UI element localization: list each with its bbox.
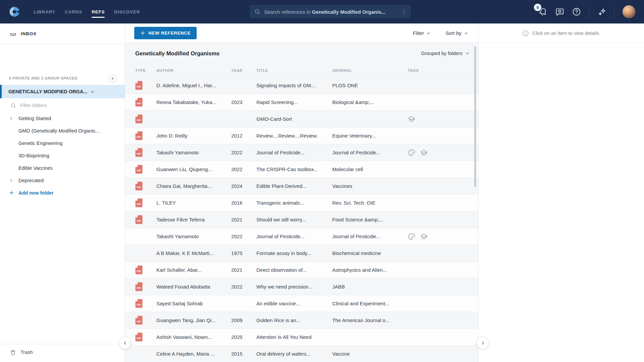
reference-row[interactable]: Takashi Yamamoto2022Journal of Pesticide…	[125, 228, 478, 245]
column-headers: TYPEAUTHORYEARTITLEJOURNALTAGS	[125, 64, 478, 77]
search-options-kebab-icon[interactable]: ⋮	[398, 9, 407, 15]
user-avatar[interactable]	[623, 5, 635, 18]
chevron-down-icon	[427, 31, 431, 35]
reference-rows: PDFD. Adeline, Miguel I., Har...Signalin…	[125, 77, 478, 362]
reference-row[interactable]: PDFAshish Vaswani, Noam...2025Attention …	[125, 329, 478, 346]
palette-icon	[408, 233, 415, 240]
reference-row[interactable]: PDFWaleed Fouad Abobatta2022Why we need …	[125, 278, 478, 295]
reference-row[interactable]: PDFGMO-Card-Sort	[125, 111, 478, 127]
list-scrollbar[interactable]	[474, 46, 476, 187]
pdf-file-icon: PDF	[135, 265, 156, 274]
year-cell: 2009	[231, 317, 256, 323]
column-header-type: TYPE	[135, 68, 156, 72]
svg-text:PDF: PDF	[137, 270, 141, 272]
scroll-left-button[interactable]	[119, 337, 131, 349]
reference-row[interactable]: PDFGuangwen Tang, Jian Qi...2009Golden R…	[125, 312, 478, 329]
palette-icon	[408, 149, 415, 156]
folder-item[interactable]: Genetic Engineering	[0, 137, 125, 149]
app-logo-icon[interactable]	[9, 7, 19, 17]
author-cell: A B Makar, K E McMarti...	[156, 250, 231, 256]
year-cell: 2023	[231, 99, 256, 105]
grouping-dropdown[interactable]: Grouped by folders	[421, 51, 469, 56]
reference-row[interactable]: PDFL. TILEY2016Transgenic animals...Rev.…	[125, 195, 478, 211]
title-cell: Why we need precision...	[256, 284, 332, 290]
pdf-file-icon: PDF	[135, 182, 156, 191]
folder-item[interactable]: 3D-Bioprinting	[0, 149, 125, 162]
reference-row[interactable]: PDFKarl Schaller, Abar...2021Direct obse…	[125, 262, 478, 278]
folder-item[interactable]: GMO (Genetically Modified Organis...	[0, 124, 125, 137]
graduation-cap-icon	[408, 115, 415, 123]
top-nav-discover[interactable]: DISCOVER	[114, 0, 140, 23]
reference-row[interactable]: A B Makar, K E McMarti...1975Formate ass…	[125, 245, 478, 262]
author-cell: Takashi Yamamoto	[156, 150, 231, 155]
column-header-tags: TAGS	[408, 68, 478, 72]
year-cell: 2015	[231, 351, 256, 357]
inbox-icon	[10, 30, 16, 37]
year-cell: 2012	[231, 133, 256, 139]
journal-cell: Food Science &amp;...	[332, 217, 408, 222]
filter-dropdown[interactable]: Filter	[413, 30, 431, 36]
reference-row[interactable]: PDFD. Adeline, Miguel I., Har...Signalin…	[125, 77, 478, 94]
help-question-icon[interactable]	[572, 7, 581, 16]
reference-row[interactable]: PDFSayed Sartaj SohrabAn edible vaccine.…	[125, 295, 478, 312]
year-cell: 2021	[231, 267, 256, 273]
journal-cell: PLOS ONE	[332, 83, 408, 88]
selected-space[interactable]: GENETICALLY MODIFIED ORGA...	[0, 85, 125, 98]
folder-item[interactable]: Edible Vaccines	[0, 162, 125, 174]
chevron-right-icon[interactable]	[9, 116, 18, 120]
folder-item[interactable]: Deprecated	[0, 174, 125, 187]
pdf-file-icon: PDF	[135, 114, 156, 123]
svg-text:PDF: PDF	[137, 153, 141, 155]
add-new-folder-button[interactable]: Add new folder	[0, 187, 125, 199]
reference-row[interactable]: PDFGuanwen Liu, Qiupeng...2022The CRISPR…	[125, 161, 478, 178]
feedback-chat-heart-icon[interactable]	[555, 7, 564, 16]
graduation-cap-icon	[420, 233, 428, 240]
reference-row[interactable]: Celine A Hayden, Maria ...2015Oral deliv…	[125, 346, 478, 362]
top-nav-cards[interactable]: CARDS	[65, 0, 82, 23]
group-title: Genetically Modified Organisms	[135, 50, 219, 57]
sparkles-icon[interactable]	[597, 7, 606, 16]
topbar-divider	[614, 6, 614, 17]
sidebar-item-trash[interactable]: Trash	[0, 346, 125, 358]
author-cell: Takashi Yamamoto	[156, 234, 231, 239]
notifications-bell-icon[interactable]: 9	[539, 7, 547, 16]
top-nav-library[interactable]: LIBRARY	[34, 0, 55, 23]
folder-label: 3D-Bioprinting	[18, 153, 49, 158]
column-header-year: YEAR	[231, 68, 256, 72]
reference-row[interactable]: PDFChiara Gai, Margherita...2024Edible P…	[125, 178, 478, 195]
spaces-section-label: 5 PRIVATE AND 2 GROUP SPACES	[9, 76, 108, 80]
reference-row[interactable]: PDFReona Takabatake, Yuka...2023Rapid Sc…	[125, 94, 478, 111]
reference-row[interactable]: PDFJohn D. Reilly2012Review....Review...…	[125, 127, 478, 144]
svg-text:PDF: PDF	[137, 337, 141, 340]
title-cell: Formate assay in body...	[256, 250, 332, 256]
scroll-right-button[interactable]	[477, 337, 489, 349]
journal-cell: Equine Veterinary...	[332, 133, 408, 139]
new-reference-button[interactable]: NEW REFERENCE	[134, 27, 197, 39]
reference-row[interactable]: PDFTadesse Fikre Teferra2021Should we st…	[125, 211, 478, 228]
add-space-button[interactable]	[108, 74, 117, 83]
year-cell: 2024	[231, 183, 256, 189]
author-cell: Karl Schaller, Abar...	[156, 267, 231, 273]
pdf-file-icon: PDF	[135, 98, 156, 107]
journal-cell: Vaccine	[332, 351, 408, 357]
search-input[interactable]: Search references in Genetically Modifie…	[250, 5, 411, 18]
top-nav-refs[interactable]: REFS	[92, 0, 105, 23]
title-cell: Edible Plant-Derived...	[256, 183, 332, 189]
chevron-right-icon[interactable]	[9, 178, 18, 183]
folder-label: Deprecated	[18, 178, 44, 183]
author-cell: Waleed Fouad Abobatta	[156, 284, 231, 290]
pdf-file-icon: PDF	[135, 198, 156, 207]
folder-filter-input[interactable]	[20, 103, 104, 108]
folder-label: Genetic Engineering	[18, 141, 62, 146]
plus-icon	[110, 76, 115, 81]
author-cell: John D. Reilly	[156, 133, 231, 139]
sidebar-item-inbox[interactable]: INBOX	[0, 28, 125, 40]
reference-row[interactable]: PDFTakashi Yamamoto2022Journal of Pestic…	[125, 144, 478, 161]
tags-cell	[408, 149, 478, 156]
pdf-file-icon: PDF	[135, 165, 156, 174]
sort-by-dropdown[interactable]: Sort by	[445, 30, 468, 36]
selected-space-label: GENETICALLY MODIFIED ORGA...	[8, 89, 87, 94]
folder-item[interactable]: Getting Started	[0, 112, 125, 124]
journal-cell: Biochemical medicine	[332, 250, 408, 256]
svg-text:PDF: PDF	[137, 203, 141, 205]
